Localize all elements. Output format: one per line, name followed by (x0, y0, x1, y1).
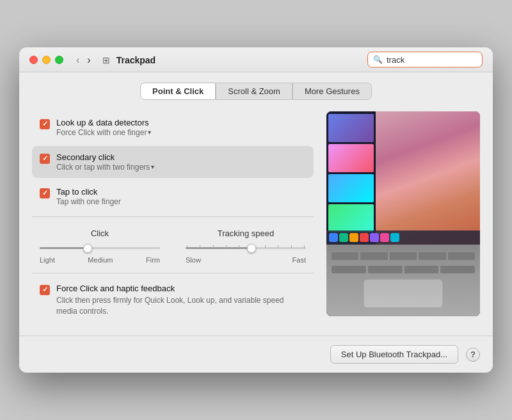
fullscreen-button[interactable] (55, 56, 63, 64)
tracking-slider-track-wrap (186, 243, 306, 254)
lookup-checkbox[interactable]: ✓ (40, 119, 50, 129)
dock-icon-1 (329, 233, 338, 242)
content-area: Point & Click Scroll & Zoom More Gesture… (19, 72, 493, 336)
help-button[interactable]: ? (466, 348, 480, 362)
forward-button[interactable]: › (84, 55, 93, 65)
laptop-screen (326, 111, 480, 245)
tracking-slider-label: Tracking speed (186, 229, 306, 238)
photo-main (376, 111, 480, 245)
tap-to-click-subtitle: Tap with one finger (56, 197, 306, 206)
tracking-slider-track (186, 247, 306, 249)
key-4 (419, 252, 445, 260)
tick-4 (226, 245, 227, 248)
laptop-container (326, 111, 480, 316)
main-area: ✓ Look up & data detectors Force Click w… (32, 111, 480, 323)
trackpad-pad (364, 279, 442, 308)
tap-to-click-setting: ✓ Tap to click Tap with one finger (32, 181, 314, 213)
photo-thumb-2 (328, 144, 374, 172)
tick-10 (304, 245, 305, 248)
tracking-slider-group: Tracking speed (186, 229, 306, 264)
force-click-check-icon: ✓ (42, 286, 48, 294)
separator-1 (32, 216, 314, 217)
app-grid-icon[interactable]: ⊞ (102, 55, 110, 65)
tracking-slider-max: Fast (292, 256, 306, 264)
tap-to-click-check-icon: ✓ (42, 189, 48, 197)
setup-bluetooth-button[interactable]: Set Up Bluetooth Trackpad... (330, 345, 458, 364)
key-5 (448, 252, 475, 260)
dock-icon-6 (380, 233, 389, 242)
photo-main-panel (376, 111, 480, 245)
tab-scroll-zoom[interactable]: Scroll & Zoom (216, 83, 292, 100)
tracking-slider-thumb[interactable] (247, 244, 256, 253)
tracking-slider-min: Slow (186, 256, 201, 264)
tick-2 (200, 245, 200, 248)
tap-to-click-title: Tap to click (56, 187, 306, 197)
search-input[interactable] (387, 54, 493, 64)
lookup-check-icon: ✓ (42, 120, 48, 128)
secondary-click-check-icon: ✓ (42, 154, 48, 163)
lookup-dropdown-icon[interactable]: ▾ (148, 129, 151, 136)
lookup-text: Look up & data detectors Force Click wit… (56, 118, 306, 137)
lookup-setting: ✓ Look up & data detectors Force Click w… (32, 111, 314, 143)
lookup-subtitle: Force Click with one finger ▾ (56, 128, 306, 137)
search-icon: 🔍 (373, 55, 383, 64)
separator-2 (32, 273, 314, 273)
key-1 (332, 252, 358, 260)
close-button[interactable] (29, 56, 38, 64)
key-7 (368, 266, 403, 273)
key-9 (440, 266, 475, 273)
secondary-click-title: Secondary click (56, 152, 306, 162)
key-2 (360, 252, 387, 260)
trackpad-row (332, 279, 475, 308)
secondary-click-setting: ✓ Secondary click Click or tap with two … (32, 146, 314, 178)
photo-thumb-4 (328, 204, 374, 232)
force-click-text: Force Click and haptic feedback Click th… (56, 284, 306, 317)
dock-icon-7 (390, 233, 399, 242)
tap-to-click-checkbox[interactable]: ✓ (40, 188, 50, 198)
click-slider-markers: Light Medium Firm (40, 256, 160, 264)
force-click-subtitle: Click then press firmly for Quick Look, … (56, 295, 306, 317)
tick-7 (265, 245, 266, 248)
dock-icon-5 (370, 233, 379, 242)
click-slider-group: Click Light Medium Firm (40, 229, 160, 264)
key-8 (404, 266, 439, 273)
click-slider-min: Light (40, 256, 55, 264)
tab-bar: Point & Click Scroll & Zoom More Gesture… (32, 83, 480, 100)
settings-panel: ✓ Look up & data detectors Force Click w… (32, 111, 314, 323)
force-click-checkbox[interactable]: ✓ (40, 285, 50, 295)
key-3 (390, 252, 417, 260)
dock-bar (326, 230, 480, 245)
photo-sidebar (326, 111, 376, 245)
tab-more-gestures[interactable]: More Gestures (292, 83, 372, 100)
click-slider-track (40, 247, 160, 249)
window-title: Trackpad (116, 55, 156, 65)
click-slider-thumb[interactable] (83, 244, 92, 253)
keyboard-row-2 (332, 266, 475, 273)
click-slider-max: Firm (146, 256, 160, 264)
trackpad-illustration (326, 111, 480, 316)
tracking-slider-markers: Slow Fast (186, 256, 306, 264)
tick-1 (187, 245, 188, 248)
secondary-click-dropdown-icon[interactable]: ▾ (151, 163, 154, 170)
bottom-bar: Set Up Bluetooth Trackpad... ? (19, 335, 493, 373)
click-slider-track-wrap (40, 243, 160, 254)
tick-3 (213, 245, 214, 248)
titlebar: ‹ › ⊞ Trackpad 🔍 ✕ (19, 47, 493, 72)
click-slider-mid: Medium (88, 256, 113, 264)
lookup-title: Look up & data detectors (56, 118, 306, 127)
secondary-click-checkbox[interactable]: ✓ (40, 154, 50, 164)
tick-8 (278, 245, 278, 248)
traffic-lights (29, 56, 63, 64)
back-button[interactable]: ‹ (74, 55, 82, 65)
secondary-click-subtitle: Click or tap with two fingers ▾ (56, 163, 306, 172)
dock-icon-2 (339, 233, 348, 242)
main-window: ‹ › ⊞ Trackpad 🔍 ✕ Point & Click Scroll … (19, 47, 493, 373)
tap-to-click-text: Tap to click Tap with one finger (56, 187, 306, 206)
minimize-button[interactable] (42, 56, 51, 64)
click-slider-label: Click (40, 229, 160, 238)
search-box[interactable]: 🔍 ✕ (367, 51, 483, 67)
tab-point-click[interactable]: Point & Click (140, 83, 216, 100)
keyboard-row-1 (332, 252, 475, 260)
keyboard-area (326, 245, 480, 316)
sliders-row: Click Light Medium Firm (40, 229, 306, 264)
